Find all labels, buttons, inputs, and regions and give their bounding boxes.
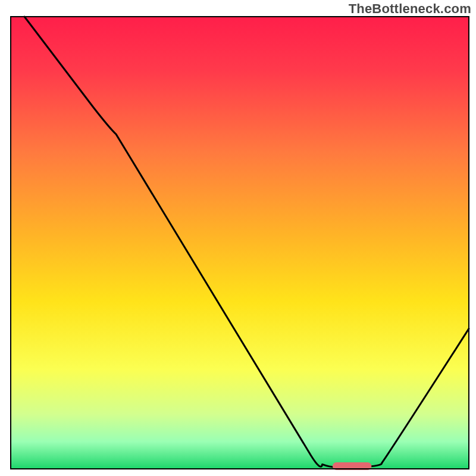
gradient-background	[11, 17, 469, 469]
bottleneck-plot	[0, 0, 476, 476]
chart-stage: TheBottleneck.com	[0, 0, 476, 476]
